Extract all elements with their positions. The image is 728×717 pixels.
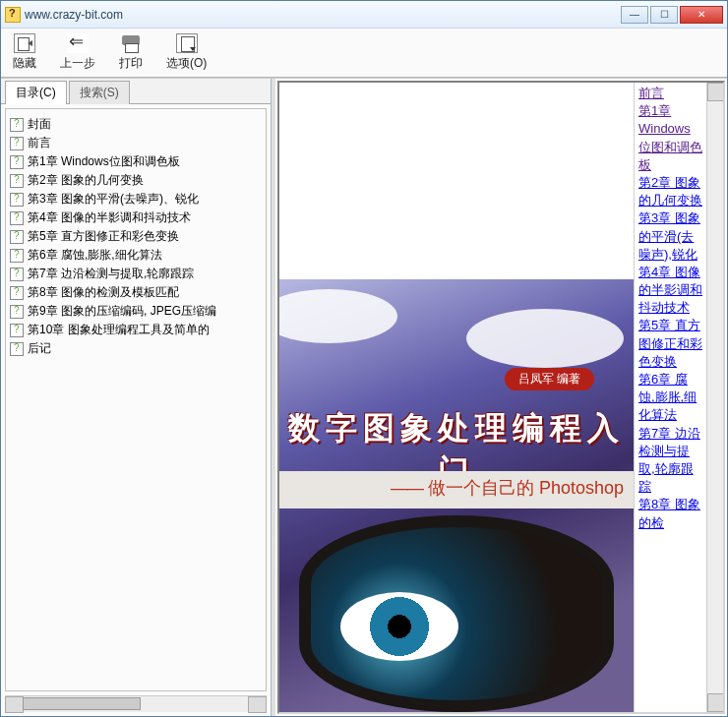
toc-item[interactable]: 第8章 图像的检测及模板匹配 [10,283,262,302]
tab-search[interactable]: 搜索(S) [69,81,130,104]
eye-graphic [340,592,458,661]
toc-label: 第6章 腐蚀,膨胀,细化算法 [28,247,162,264]
toc-label: 第1章 Windows位图和调色板 [28,153,180,170]
book-cover-image: 吕凤军 编著 数字图象处理编程入门 ——做一个自己的 Photoshop [279,279,634,712]
toc-label: 第2章 图象的几何变换 [28,172,144,189]
tab-contents[interactable]: 目录(C) [5,81,67,104]
nav-tabs: 目录(C) 搜索(S) [1,79,271,104]
toc-item[interactable]: 第3章 图象的平滑(去噪声)、锐化 [10,190,262,209]
right-nav-links[interactable]: 前言第1章Windows位图和调色板第2章 图象的几何变换第3章 图象的平滑(去… [634,83,706,712]
lens-graphic [299,515,614,712]
page-icon [10,305,24,319]
page-icon [10,155,24,169]
toc-label: 后记 [28,340,51,357]
hide-icon [14,33,35,53]
cover-page: 吕凤军 编著 数字图象处理编程入门 ——做一个自己的 Photoshop [279,83,634,712]
titlebar[interactable]: www.crazy-bit.com — ☐ ✕ [1,1,727,29]
chapter-link[interactable]: 前言 [638,85,702,102]
nav-hscrollbar[interactable] [5,695,267,712]
toc-label: 封面 [28,116,51,133]
toc-label: 第7章 边沿检测与提取,轮廓跟踪 [28,266,194,282]
chapter-link[interactable]: 第5章 直方图修正和彩色变换 [638,317,702,371]
navigation-pane: 目录(C) 搜索(S) 封面前言第1章 Windows位图和调色板第2章 图象的… [1,79,272,716]
options-icon [176,33,198,53]
toc-item[interactable]: 封面 [10,115,262,134]
back-icon [67,33,89,53]
toc-item[interactable]: 第4章 图像的半影调和抖动技术 [10,209,262,227]
chapter-link[interactable]: 第2章 图象的几何变换 [638,174,702,209]
cloud-decoration [466,309,624,368]
hide-button[interactable]: 隐藏 [9,31,40,74]
content-vscrollbar[interactable] [706,83,723,712]
toolbar: 隐藏 上一步 打印 选项(O) [1,29,727,78]
toc-item[interactable]: 第5章 直方图修正和彩色变换 [10,227,262,246]
chapter-link[interactable]: 第1章 [638,102,702,120]
chm-window: www.crazy-bit.com — ☐ ✕ 隐藏 上一步 打印 选项(O) … [0,0,728,717]
toc-item[interactable]: 第7章 边沿检测与提取,轮廓跟踪 [10,265,262,283]
close-button[interactable]: ✕ [680,6,723,24]
chapter-link[interactable]: 第4章 图像的半影调和抖动技术 [638,264,702,318]
chapter-link[interactable]: 第3章 图象的平滑(去噪声),锐化 [638,209,702,264]
page-icon [10,211,24,225]
page-icon [10,137,24,150]
page-icon [10,174,24,188]
toc-item[interactable]: 第1章 Windows位图和调色板 [10,152,262,171]
cover-whitespace [279,83,634,279]
page-icon [10,193,24,207]
chapter-link[interactable]: 第8章 图象的检 [638,496,702,531]
author-badge: 吕凤军 编著 [505,368,594,390]
page-icon [10,118,24,132]
toc-label: 第8章 图像的检测及模板匹配 [28,284,179,301]
page-icon [10,342,24,356]
minimize-button[interactable]: — [621,6,648,24]
toc-label: 第4章 图像的半影调和抖动技术 [28,209,191,226]
page-icon [10,249,24,263]
window-buttons: — ☐ ✕ [619,6,723,24]
page-icon [10,230,24,244]
page-icon [10,286,24,300]
toc-item[interactable]: 前言 [10,134,262,152]
toc-label: 第9章 图象的压缩编码, JPEG压缩编 [28,303,216,320]
toc-item[interactable]: 第9章 图象的压缩编码, JPEG压缩编 [10,302,262,321]
toc-label: 第10章 图象处理编程工具及简单的 [28,322,210,338]
body: 目录(C) 搜索(S) 封面前言第1章 Windows位图和调色板第2章 图象的… [1,78,727,716]
toc-label: 第5章 直方图修正和彩色变换 [28,228,179,245]
toc-item[interactable]: 第6章 腐蚀,膨胀,细化算法 [10,246,262,265]
window-title: www.crazy-bit.com [25,8,619,22]
toc-label: 前言 [28,135,51,151]
page-icon [10,268,24,281]
cloud-decoration [279,289,397,343]
options-button[interactable]: 选项(O) [162,31,211,74]
scrollbar-thumb[interactable] [23,697,141,710]
help-icon [5,7,21,23]
toc-item[interactable]: 第10章 图象处理编程工具及简单的 [10,321,262,339]
maximize-button[interactable]: ☐ [650,6,678,24]
toc-item[interactable]: 第2章 图象的几何变换 [10,171,262,190]
page-icon [10,324,24,337]
chapter-link[interactable]: Windows位图和调色板 [638,120,702,174]
back-button[interactable]: 上一步 [56,31,99,74]
toc-item[interactable]: 后记 [10,339,262,358]
print-button[interactable]: 打印 [115,31,147,74]
chapter-link[interactable]: 第6章 腐蚀,膨胀,细化算法 [638,371,702,425]
toc-tree[interactable]: 封面前言第1章 Windows位图和调色板第2章 图象的几何变换第3章 图象的平… [5,108,267,691]
chapter-link[interactable]: 第7章 边沿检测与提取,轮廓跟踪 [638,425,702,497]
content-pane: 吕凤军 编著 数字图象处理编程入门 ——做一个自己的 Photoshop 前言第… [277,81,725,714]
splitter[interactable] [272,79,275,716]
book-subtitle: ——做一个自己的 Photoshop [279,476,624,500]
print-icon [120,33,142,53]
toc-label: 第3章 图象的平滑(去噪声)、锐化 [28,191,199,208]
